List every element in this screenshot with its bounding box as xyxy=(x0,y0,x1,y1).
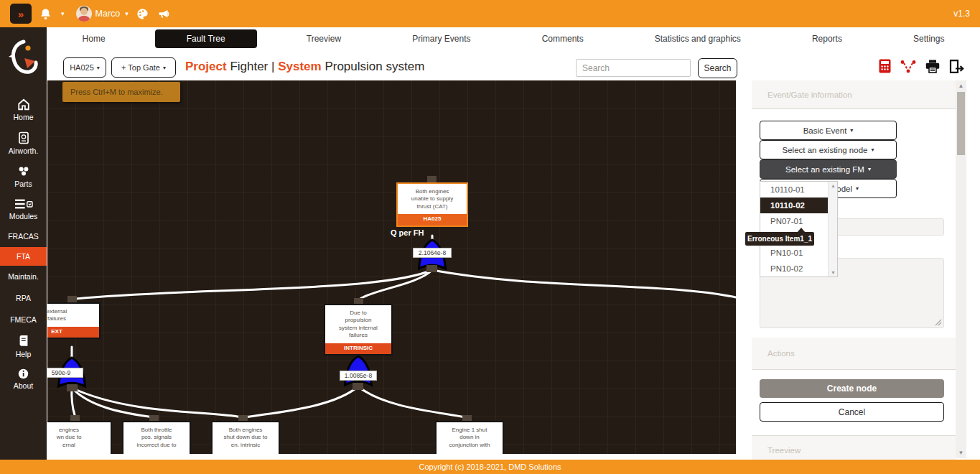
sidebar-item-label: Parts xyxy=(14,180,32,188)
fault-tree-node-bottom-1[interactable]: engineswn due toernal xyxy=(47,421,112,454)
node-description: Both enginesunable to supplythrust (CAT) xyxy=(398,184,467,214)
gate-probability-label: 590e-9 xyxy=(47,368,83,378)
scroll-up-icon[interactable]: ▲ xyxy=(956,83,966,89)
tab-comments[interactable]: Comments xyxy=(521,29,605,48)
connector-handle[interactable] xyxy=(353,383,363,390)
connector-handle[interactable] xyxy=(427,176,437,182)
list-scrollbar[interactable]: ▲ ▼ xyxy=(828,182,837,276)
caret-down-icon: ▾ xyxy=(856,185,859,192)
top-bar: » ▾ Marco ▾ v1.3 xyxy=(0,0,980,27)
sidebar-item-label: Airworth. xyxy=(9,147,38,155)
fault-tree-toolbar: HA025▾ + Top Gate▾ Project Fighter | Sys… xyxy=(47,52,980,80)
caret-down-icon: ▾ xyxy=(163,65,166,71)
theme-palette-icon[interactable] xyxy=(136,7,149,21)
fault-tree-node-bottom-3[interactable]: Both enginesshut down due toen. intrinsi… xyxy=(211,421,280,454)
export-icon[interactable] xyxy=(949,60,964,73)
fm-list-item[interactable]: 10110-01 xyxy=(760,182,829,198)
tree-select-dropdown[interactable]: HA025▾ xyxy=(63,57,106,78)
user-caret-icon: ▾ xyxy=(125,10,129,17)
scrollbar-thumb[interactable] xyxy=(957,92,965,155)
sidebar-item-fta[interactable]: FTA xyxy=(0,247,47,266)
cancel-button[interactable]: Cancel xyxy=(760,402,944,422)
sidebar-item-label: Modules xyxy=(9,212,38,220)
tab-statistics-and-graphics[interactable]: Statistics and graphics xyxy=(633,29,762,48)
sidebar-item-label: FTA xyxy=(17,252,30,261)
sidebar-item-home[interactable]: Home xyxy=(0,93,47,126)
sidebar-item-label: FMECA xyxy=(10,315,37,324)
search-input[interactable] xyxy=(576,59,691,77)
page-title: Project Fighter | System Propulsion syst… xyxy=(185,60,424,74)
fault-tree-node-top[interactable]: Both enginesunable to supplythrust (CAT)… xyxy=(396,182,468,227)
connector-handle[interactable] xyxy=(67,296,77,302)
sidebar-nav: Home Airworth. Parts Modules FRACAS FTA … xyxy=(0,27,47,460)
scroll-up-icon[interactable]: ▲ xyxy=(829,183,838,188)
notifications-bell-icon[interactable] xyxy=(39,7,52,21)
user-menu[interactable]: Marco ▾ xyxy=(76,6,129,22)
tab-primary-events[interactable]: Primary Events xyxy=(391,29,492,48)
project-name: Fighter xyxy=(230,60,268,73)
system-name: Propulsion system xyxy=(325,60,424,73)
fm-list-item[interactable]: PN07-01 xyxy=(760,213,829,229)
tooltip-arrow xyxy=(797,228,806,233)
help-book-icon xyxy=(18,335,29,348)
announcements-megaphone-icon[interactable] xyxy=(157,7,171,21)
project-label: Project xyxy=(185,60,227,73)
app-version-label: v1.3 xyxy=(953,9,970,19)
resize-grip-icon[interactable] xyxy=(935,319,942,326)
existing-node-dropdown[interactable]: Select an existing node▾ xyxy=(760,140,897,159)
fm-list-item[interactable]: PN10-02 xyxy=(760,261,829,276)
sidebar-item-fracas[interactable]: FRACAS xyxy=(0,226,47,247)
tab-settings[interactable]: Settings xyxy=(892,29,966,48)
calculate-icon[interactable] xyxy=(879,59,891,73)
fault-tree-canvas[interactable]: Press Ctrl+M to maximize. Both enginesun… xyxy=(47,80,736,454)
section-title: Event/Gate information xyxy=(767,90,852,99)
fault-tree-node-bottom-4[interactable]: Engine 1 shutdown inconjunction with xyxy=(435,421,504,454)
sidebar-item-airworthiness[interactable]: Airworth. xyxy=(0,126,47,160)
fault-tree-node-external[interactable]: externalfailures EXT xyxy=(47,302,101,339)
node-description: Due topropulsionsystem internalfailures xyxy=(325,305,391,343)
fm-list-item-selected[interactable]: 10110-02 xyxy=(760,198,829,213)
existing-fm-dropdown[interactable]: Select an existing FM▾ xyxy=(760,159,897,179)
sidebar-item-parts[interactable]: Parts xyxy=(0,160,47,193)
connector-handle[interactable] xyxy=(67,384,78,391)
event-gate-section-header: Event/Gate information xyxy=(752,80,956,109)
node-description: Both enginesshut down due toen. intrinsi… xyxy=(213,422,279,452)
tab-reports[interactable]: Reports xyxy=(790,29,864,48)
sidebar-item-maintain[interactable]: Maintain. xyxy=(0,266,47,287)
scroll-down-icon[interactable]: ▼ xyxy=(829,270,838,275)
fault-tree-node-bottom-2[interactable]: Both throttlepos. signalsincorrect due t… xyxy=(122,421,191,454)
print-icon[interactable] xyxy=(925,60,940,73)
sidebar-item-modules[interactable]: Modules xyxy=(0,193,47,226)
panel-scrollbar[interactable]: ▲ ▼ xyxy=(956,80,966,458)
sidebar-item-help[interactable]: Help xyxy=(0,330,47,363)
module-tabs: Home Fault Tree Treeview Primary Events … xyxy=(47,29,980,49)
gate-probability-label: 2.1064e-8 xyxy=(413,248,452,258)
tab-home[interactable]: Home xyxy=(61,29,127,48)
event-type-dropdown[interactable]: Basic Event▾ xyxy=(760,121,897,140)
connector-handle[interactable] xyxy=(426,265,437,272)
sidebar-item-label: About xyxy=(14,381,33,390)
sidebar-item-rpa[interactable]: RPA xyxy=(0,287,47,309)
create-node-button[interactable]: Create node xyxy=(760,379,944,398)
caret-down-icon: ▾ xyxy=(850,127,853,134)
toolbar-icon-group xyxy=(879,59,964,73)
sidebar-item-label: Help xyxy=(16,350,32,358)
fault-tree-node-intrinsic[interactable]: Due topropulsionsystem internalfailures … xyxy=(324,304,393,356)
bell-caret-icon[interactable]: ▾ xyxy=(61,10,65,17)
add-top-gate-dropdown[interactable]: + Top Gate▾ xyxy=(111,57,176,78)
scroll-down-icon[interactable]: ▼ xyxy=(956,450,966,456)
rate-label: Q per FH xyxy=(391,228,424,237)
sidebar-item-fmeca[interactable]: FMECA xyxy=(0,309,47,330)
user-avatar xyxy=(76,6,92,22)
search-button[interactable]: Search xyxy=(698,58,737,78)
tab-fault-tree[interactable]: Fault Tree xyxy=(155,29,257,48)
sidebar-collapse-button[interactable]: » xyxy=(10,4,32,24)
title-separator: | xyxy=(271,60,274,73)
sidebar-item-label: Maintain. xyxy=(8,272,39,281)
home-icon xyxy=(17,98,30,111)
footer-bar: Copyright (c) 2018-2021, DMD Solutions xyxy=(0,460,980,474)
tree-layout-icon[interactable] xyxy=(900,60,916,73)
sidebar-item-about[interactable]: About xyxy=(0,363,47,395)
tab-treeview[interactable]: Treeview xyxy=(285,29,363,48)
fm-list-item[interactable]: PN10-01 xyxy=(760,245,829,261)
